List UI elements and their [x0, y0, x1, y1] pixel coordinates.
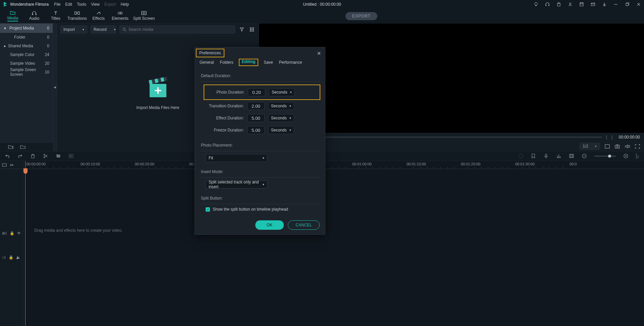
zoom-out-icon[interactable]	[582, 153, 587, 159]
fullscreen-icon[interactable]	[635, 144, 640, 149]
window-minimize-icon[interactable]	[613, 2, 619, 7]
photo-placement-select[interactable]: Fit ▾	[206, 154, 267, 162]
export-button[interactable]: EXPORT	[345, 12, 377, 20]
record-dropdown[interactable]: Record ▾	[91, 25, 116, 34]
sidebar-item-folder[interactable]: Folder 0	[0, 33, 53, 42]
lock-icon[interactable]: 🔒	[9, 255, 13, 260]
cancel-button[interactable]: CANCEL	[288, 220, 320, 230]
search-input[interactable]	[128, 27, 232, 32]
color-icon[interactable]	[518, 153, 523, 159]
redo-icon[interactable]	[17, 153, 23, 159]
user-icon[interactable]	[568, 2, 573, 7]
delete-icon[interactable]	[30, 153, 36, 159]
video-track-header[interactable]: ⊞1 🔒 👁	[0, 228, 23, 238]
pref-tab-folders[interactable]: Folders	[219, 59, 234, 66]
save-icon[interactable]	[579, 2, 584, 7]
svg-point-42	[58, 157, 58, 157]
zoom-in-icon[interactable]	[623, 153, 629, 159]
snapshot-icon[interactable]	[614, 144, 620, 149]
sidebar-item-count: 0	[47, 44, 49, 48]
dialog-footer: OK CANCEL	[255, 220, 320, 230]
transition-duration-unit-select[interactable]: Seconds ▾	[268, 102, 294, 110]
lock-icon[interactable]: 🔒	[10, 231, 14, 235]
crop-icon[interactable]	[569, 153, 574, 159]
mark-out-icon[interactable]: }	[611, 135, 613, 140]
timeline-zoom-slider[interactable]	[594, 156, 616, 157]
freeze-duration-unit-select[interactable]: Seconds ▾	[268, 126, 294, 134]
tab-effects[interactable]: Effects	[88, 9, 109, 23]
preview-zoom-select[interactable]: 1/2 ▾	[580, 143, 600, 150]
pref-tab-performance[interactable]: Performance	[278, 59, 303, 66]
window-restore-icon[interactable]	[625, 2, 630, 7]
mail-icon[interactable]	[590, 2, 596, 7]
menu-edit[interactable]: Edit	[65, 2, 72, 7]
undo-icon[interactable]	[5, 153, 10, 159]
timeline-options-icon[interactable]	[2, 163, 7, 167]
window-close-icon[interactable]	[636, 2, 641, 7]
close-icon[interactable]	[316, 51, 322, 56]
split-icon[interactable]	[43, 153, 48, 159]
tab-splitscreen[interactable]: Split Screen	[131, 9, 157, 23]
headphones-icon[interactable]	[545, 2, 550, 7]
timeline-ruler[interactable]: 00:00:00:0000:00:10:0000:00:20:0000:00:3…	[23, 161, 644, 169]
tab-titles[interactable]: Titles	[45, 9, 66, 23]
record-label: Record	[94, 27, 107, 32]
photo-duration-unit-select[interactable]: Seconds ▾	[269, 88, 295, 96]
freeze-duration-input[interactable]	[247, 126, 265, 134]
ok-button[interactable]: OK	[255, 220, 284, 230]
checkbox-checked-icon[interactable]: ✓	[206, 207, 210, 212]
track-height-icon[interactable]	[636, 153, 639, 159]
search-media-field[interactable]	[119, 25, 235, 34]
lightbulb-icon[interactable]	[533, 2, 539, 7]
pref-tab-general[interactable]: General	[199, 59, 215, 66]
sidebar-collapse-handle[interactable]: ◀	[53, 23, 57, 151]
new-folder-icon[interactable]	[8, 144, 13, 150]
adjust-icon[interactable]	[56, 153, 61, 159]
sidebar-header-project-media[interactable]: ▼ Project Media 0	[0, 23, 53, 33]
chevron-down-icon: ▾	[83, 28, 84, 31]
sidebar-item-shared-media[interactable]: ▶ Shared Media 0	[0, 42, 53, 50]
zoom-slider-knob[interactable]	[608, 155, 611, 158]
menu-help[interactable]: Help	[121, 2, 129, 7]
audio-mixer-icon[interactable]	[556, 153, 561, 159]
sidebar-item-sample-video[interactable]: Sample Video 20	[0, 59, 53, 68]
filter-icon[interactable]	[238, 26, 245, 33]
import-dropdown[interactable]: Import ▾	[60, 25, 87, 34]
mark-in-icon[interactable]: {	[606, 135, 607, 140]
tab-effects-label: Effects	[93, 16, 105, 21]
pref-tab-editing[interactable]: Editing	[241, 58, 256, 65]
audio-track-header[interactable]: ♪1 🔒 🔈	[0, 252, 23, 262]
tab-elements[interactable]: Elements	[109, 9, 131, 23]
folder-icon[interactable]	[20, 144, 25, 150]
tab-transitions[interactable]: Transitions	[66, 9, 88, 23]
eye-icon[interactable]: 👁	[17, 231, 21, 235]
transition-duration-input[interactable]	[247, 102, 265, 110]
volume-icon[interactable]	[625, 144, 630, 149]
effect-duration-unit-select[interactable]: Seconds ▾	[268, 114, 294, 122]
playhead[interactable]	[25, 161, 25, 326]
menu-file[interactable]: File	[54, 2, 60, 7]
split-button-checkbox-row[interactable]: ✓ Show the split button on timeline play…	[206, 207, 320, 212]
menu-view[interactable]: View	[91, 2, 100, 7]
effect-duration-input[interactable]	[247, 114, 265, 122]
link-icon[interactable]	[9, 163, 14, 167]
unit-value: Seconds	[271, 128, 287, 132]
marker-icon[interactable]	[531, 153, 536, 159]
grid-view-icon[interactable]	[249, 26, 255, 33]
sidebar-item-sample-green-screen[interactable]: Sample Green Screen 10	[0, 68, 53, 76]
render-icon[interactable]	[68, 153, 74, 159]
tab-audio[interactable]: Audio	[23, 9, 45, 23]
mute-icon[interactable]: 🔈	[16, 255, 21, 260]
download-icon[interactable]	[602, 2, 607, 7]
trash-icon[interactable]	[556, 2, 561, 7]
playhead-flag[interactable]	[23, 168, 28, 174]
quality-icon[interactable]	[604, 144, 610, 149]
insert-mode-select[interactable]: Split selected track only and insert ▾	[206, 180, 267, 188]
sidebar-item-sample-color[interactable]: Sample Color 24	[0, 50, 53, 59]
voiceover-icon[interactable]	[543, 153, 549, 159]
tab-media[interactable]: Media	[2, 9, 23, 23]
timeline-tracks-area[interactable]: 00:00:00:0000:00:10:0000:00:20:0000:00:3…	[23, 161, 644, 326]
menu-tools[interactable]: Tools	[77, 2, 86, 7]
pref-tab-save[interactable]: Save	[263, 59, 273, 66]
photo-duration-input[interactable]	[248, 88, 265, 96]
